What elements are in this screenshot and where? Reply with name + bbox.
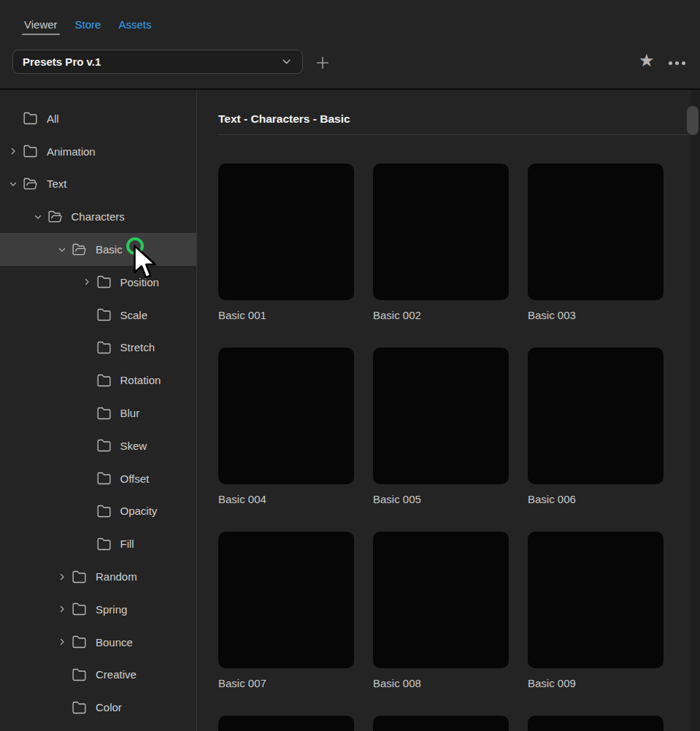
preset-thumbnail[interactable]: [373, 164, 509, 300]
sidebar-item-label: Opacity: [120, 505, 158, 517]
sidebar-item-label: Characters: [72, 210, 125, 223]
sidebar-item-offset[interactable]: Offset: [0, 462, 196, 495]
favorite-button[interactable]: ★: [639, 51, 655, 70]
sidebar-item-label: Rotation: [120, 374, 161, 386]
tab-bar: Viewer Store Assets: [0, 0, 700, 31]
chevron-right-icon[interactable]: [58, 605, 66, 613]
sidebar-item-creative[interactable]: Creative: [0, 659, 196, 692]
preset-thumbnail[interactable]: [218, 532, 354, 668]
chevron-right-icon[interactable]: [9, 147, 18, 156]
folder-icon: [96, 537, 112, 551]
sidebar-item-random[interactable]: Random: [0, 560, 196, 593]
presets-panel: Text - Characters - Basic Basic 001Basic…: [197, 90, 700, 731]
folder-icon-wrap: [96, 504, 112, 518]
sidebar-item-rotation[interactable]: Rotation: [0, 364, 196, 397]
preset-label: Basic 005: [373, 493, 509, 506]
preset-thumbnail[interactable]: [373, 532, 509, 668]
tree-toggle[interactable]: [58, 638, 71, 646]
preset-thumbnail[interactable]: [373, 716, 509, 731]
tree-toggle[interactable]: [9, 147, 22, 156]
sidebar-item-label: Scale: [120, 309, 148, 321]
folder-open-icon: [47, 210, 64, 224]
sidebar-item-label: Offset: [120, 472, 150, 485]
top-bar: Viewer Store Assets Presets Pro v.1 ★: [0, 0, 700, 88]
preset-item: Basic 007: [218, 532, 354, 690]
chevron-right-icon[interactable]: [82, 278, 91, 286]
preset-item: Basic 005: [373, 348, 509, 506]
scrollbar-thumb[interactable]: [687, 106, 699, 135]
chevron-down-icon[interactable]: [58, 245, 66, 254]
preset-thumbnail[interactable]: [528, 348, 664, 484]
sidebar-item-all[interactable]: All: [0, 102, 196, 135]
tree-toggle[interactable]: [9, 180, 22, 188]
sidebar-item-skew[interactable]: Skew: [0, 429, 196, 462]
chevron-right-icon[interactable]: [58, 638, 66, 646]
sidebar-item-characters[interactable]: Characters: [0, 200, 196, 233]
preset-thumbnail[interactable]: [218, 164, 354, 300]
folder-icon: [71, 700, 88, 715]
preset-thumbnail[interactable]: [528, 716, 664, 731]
preset-label: Basic 008: [373, 677, 509, 690]
tree-toggle[interactable]: [58, 573, 71, 581]
sidebar-item-blur[interactable]: Blur: [0, 397, 196, 429]
sidebar-item-fill[interactable]: Fill: [0, 527, 196, 560]
preset-item: Basic 009: [528, 532, 664, 690]
preset-label: Basic 001: [218, 309, 354, 322]
sidebar-item-label: Text: [47, 177, 67, 190]
folder-icon: [22, 144, 39, 158]
folder-icon-wrap: [96, 307, 112, 322]
tree-toggle[interactable]: [82, 278, 96, 286]
sidebar-item-color[interactable]: Color: [0, 691, 196, 724]
preset-label: Basic 009: [528, 677, 664, 690]
tree-toggle[interactable]: [34, 213, 47, 221]
sidebar-item-basic[interactable]: Basic: [0, 233, 196, 266]
preset-thumbnail[interactable]: [218, 348, 354, 484]
preset-thumbnail[interactable]: [373, 348, 509, 484]
folder-icon-wrap: [22, 111, 39, 126]
sidebar-item-label: Basic: [96, 243, 123, 256]
sidebar-item-label: Blur: [120, 407, 140, 419]
ellipsis-icon: [669, 61, 685, 65]
sidebar-item-label: Animation: [47, 145, 96, 158]
more-options-button[interactable]: [669, 61, 685, 65]
folder-icon: [22, 111, 39, 126]
folder-icon: [71, 667, 88, 682]
preset-pack-dropdown[interactable]: Presets Pro v.1: [12, 50, 303, 74]
sidebar-item-animation[interactable]: Animation: [0, 135, 196, 168]
preset-label: Basic 003: [528, 309, 664, 322]
sidebar-item-bounce[interactable]: Bounce: [0, 626, 196, 659]
sidebar-item-label: Stretch: [120, 341, 155, 353]
tab-assets[interactable]: Assets: [118, 18, 151, 31]
scrollbar-track[interactable]: [691, 90, 700, 731]
folder-icon-wrap: [96, 537, 112, 551]
sidebar-item-label: Fill: [120, 537, 134, 550]
chevron-right-icon[interactable]: [58, 573, 66, 581]
sidebar-item-label: Position: [120, 276, 159, 288]
tab-viewer[interactable]: Viewer: [24, 18, 58, 31]
sidebar-item-stretch[interactable]: Stretch: [0, 332, 196, 364]
folder-icon-wrap: [96, 406, 112, 421]
sidebar-item-opacity[interactable]: Opacity: [0, 495, 196, 528]
folder-icon: [96, 373, 112, 388]
tree-toggle[interactable]: [58, 605, 71, 613]
preset-thumbnail[interactable]: [218, 716, 354, 731]
preset-thumbnail[interactable]: [528, 164, 664, 300]
preset-label: Basic 004: [218, 493, 354, 506]
tree-toggle[interactable]: [58, 245, 71, 254]
sidebar-item-position[interactable]: Position: [0, 266, 196, 299]
sidebar-item-spring[interactable]: Spring: [0, 593, 196, 626]
preset-thumbnail[interactable]: [528, 532, 664, 668]
folder-icon-wrap: [96, 373, 112, 388]
tab-store[interactable]: Store: [75, 18, 101, 31]
chevron-down-icon[interactable]: [34, 213, 42, 221]
star-icon: ★: [639, 50, 655, 70]
plus-icon: [315, 55, 331, 71]
sidebar-item-label: Color: [96, 701, 122, 713]
sidebar-item-scale[interactable]: Scale: [0, 299, 196, 332]
add-pack-button[interactable]: [314, 54, 331, 72]
sidebar-item-label: Random: [96, 570, 137, 583]
sidebar-item-text[interactable]: Text: [0, 168, 196, 201]
title-divider: [218, 134, 688, 135]
chevron-down-icon[interactable]: [9, 180, 18, 188]
sidebar-item-label: Spring: [96, 603, 127, 616]
